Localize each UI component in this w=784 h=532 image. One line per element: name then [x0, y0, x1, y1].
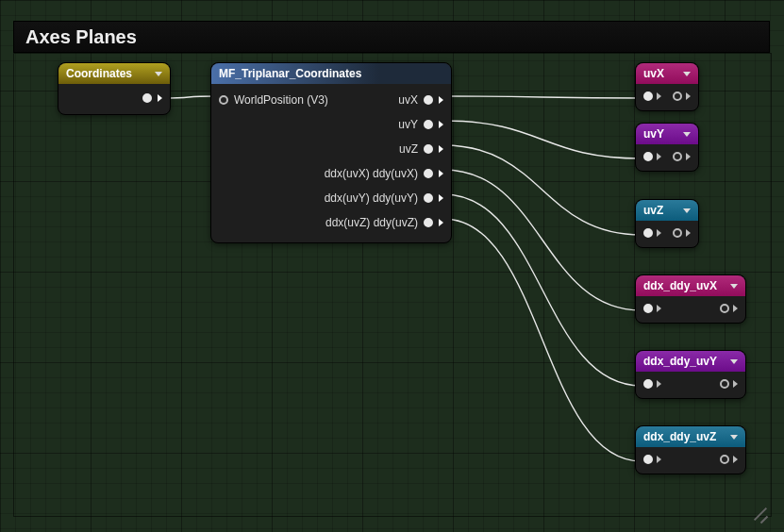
- output-pin-dot-icon[interactable]: [720, 455, 729, 464]
- output-pin-dot-icon[interactable]: [673, 91, 682, 101]
- output-node-uvy[interactable]: uvY: [635, 123, 699, 172]
- output-pin[interactable]: [66, 88, 162, 108]
- node-body: [636, 221, 698, 247]
- node-header[interactable]: uvX: [636, 63, 698, 84]
- node-header[interactable]: ddx_ddy_uvX: [636, 275, 745, 296]
- chevron-down-icon[interactable]: [730, 284, 738, 289]
- output-pin-label: uvY: [398, 118, 418, 131]
- chevron-down-icon[interactable]: [683, 72, 691, 76]
- chevron-down-icon[interactable]: [730, 359, 738, 364]
- comment-title: Axes Planes: [25, 26, 137, 48]
- output-node-ddx_ddy_uvy[interactable]: ddx_ddy_uvY: [635, 350, 746, 399]
- pin-arrow-icon: [733, 305, 738, 312]
- node-title: ddx_ddy_uvZ: [643, 430, 716, 443]
- func-row: WorldPosition (V3)uvX: [219, 88, 443, 112]
- node-coordinates[interactable]: Coordinates: [58, 62, 171, 115]
- pin-dot-icon[interactable]: [424, 193, 433, 203]
- chevron-down-icon[interactable]: [155, 72, 162, 76]
- pin-arrow-icon: [439, 121, 443, 128]
- pin-arrow-icon: [733, 380, 738, 388]
- node-title: ddx_ddy_uvX: [643, 279, 717, 292]
- node-body: [636, 296, 745, 323]
- pin-arrow-icon: [158, 94, 162, 102]
- input-pin-dot-icon[interactable]: [643, 379, 653, 389]
- node-title: uvZ: [643, 204, 663, 217]
- output-pin-label: ddx(uvY) ddy(uvY): [325, 191, 418, 205]
- pin-dot-icon[interactable]: [424, 120, 433, 129]
- pin-arrow-icon: [439, 145, 443, 153]
- input-pin-label: WorldPosition (V3): [234, 93, 328, 107]
- output-node-uvx[interactable]: uvX: [635, 62, 699, 111]
- func-row: ddx(uvY) ddy(uvY): [219, 186, 443, 210]
- node-title: uvY: [643, 127, 664, 141]
- node-title: MF_Triplanar_Coordinates: [219, 67, 361, 80]
- output-pin-dot-icon[interactable]: [673, 228, 682, 238]
- input-pin-dot-icon[interactable]: [643, 228, 653, 238]
- output-pin-label: uvZ: [399, 142, 418, 156]
- output-node-ddx_ddy_uvx[interactable]: ddx_ddy_uvX: [635, 274, 746, 324]
- pin-arrow-icon: [657, 456, 661, 463]
- pin-dot-icon: [142, 93, 152, 103]
- input-pin-dot-icon[interactable]: [643, 91, 653, 101]
- pin-arrow-icon: [686, 229, 691, 237]
- input-pin-dot-icon[interactable]: [643, 455, 653, 464]
- output-pin-dot-icon[interactable]: [720, 379, 729, 389]
- resize-handle[interactable]: [750, 502, 769, 521]
- func-row: ddx(uvZ) ddy(uvZ): [219, 210, 443, 235]
- output-pin-label: ddx(uvX) ddy(uvX): [325, 167, 418, 180]
- node-header[interactable]: uvZ: [636, 200, 698, 221]
- pin-arrow-icon: [439, 96, 443, 104]
- output-pin-dot-icon[interactable]: [720, 304, 729, 313]
- pin-arrow-icon: [657, 92, 661, 100]
- pin-arrow-icon: [686, 92, 691, 100]
- node-title: uvX: [643, 67, 664, 80]
- pin-arrow-icon: [657, 380, 661, 388]
- comment-frame-header[interactable]: Axes Planes: [13, 21, 770, 53]
- pin-arrow-icon: [439, 194, 443, 202]
- node-header[interactable]: MF_Triplanar_Coordinates: [211, 63, 451, 84]
- input-pin-dot-icon[interactable]: [643, 304, 653, 313]
- pin-arrow-icon: [657, 153, 661, 160]
- node-body: [636, 144, 698, 171]
- node-header[interactable]: Coordinates: [58, 63, 170, 84]
- node-title: Coordinates: [66, 67, 132, 80]
- pin-dot-icon[interactable]: [424, 218, 433, 227]
- pin-arrow-icon: [439, 170, 443, 177]
- pin-dot-icon[interactable]: [424, 95, 433, 105]
- chevron-down-icon[interactable]: [683, 132, 691, 137]
- func-row: uvY: [219, 112, 443, 137]
- chevron-down-icon[interactable]: [683, 208, 691, 213]
- node-body: [636, 372, 745, 398]
- pin-arrow-icon: [733, 456, 738, 463]
- func-row: uvZ: [219, 137, 443, 161]
- pin-arrow-icon: [657, 229, 661, 237]
- pin-dot-icon[interactable]: [424, 144, 433, 154]
- node-mf-triplanar-coordinates[interactable]: MF_Triplanar_Coordinates WorldPosition (…: [210, 62, 452, 243]
- pin-dot-icon[interactable]: [219, 95, 228, 105]
- pin-arrow-icon: [686, 153, 691, 160]
- func-row: ddx(uvX) ddy(uvX): [219, 161, 443, 186]
- node-header[interactable]: uvY: [636, 124, 698, 144]
- node-header[interactable]: ddx_ddy_uvZ: [636, 426, 745, 447]
- input-pin-dot-icon[interactable]: [643, 152, 653, 161]
- output-pin-label: uvX: [398, 93, 418, 107]
- node-body: [636, 447, 745, 474]
- output-node-ddx_ddy_uvz[interactable]: ddx_ddy_uvZ: [635, 425, 746, 474]
- node-body: [636, 84, 698, 110]
- output-node-uvz[interactable]: uvZ: [635, 199, 699, 248]
- chevron-down-icon[interactable]: [730, 435, 738, 440]
- pin-arrow-icon: [657, 305, 661, 312]
- output-pin-label: ddx(uvZ) ddy(uvZ): [325, 216, 418, 229]
- pin-dot-icon[interactable]: [424, 169, 433, 178]
- pin-arrow-icon: [439, 219, 443, 226]
- node-title: ddx_ddy_uvY: [643, 355, 717, 368]
- node-header[interactable]: ddx_ddy_uvY: [636, 351, 745, 372]
- output-pin-dot-icon[interactable]: [673, 152, 682, 161]
